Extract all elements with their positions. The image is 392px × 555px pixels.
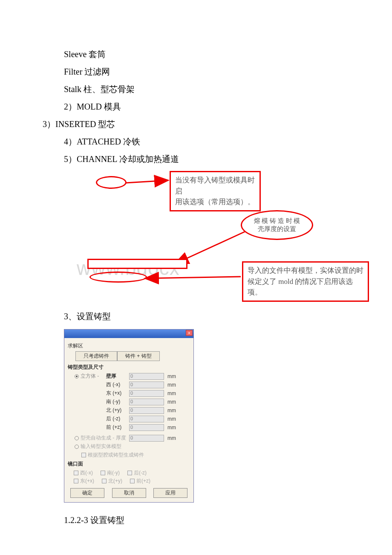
checkbox-gen-from-cavity[interactable]: [81, 453, 86, 457]
annotation-imported-line1: 导入的文件中有模型，实体设置的时: [248, 265, 363, 276]
svg-line-0: [126, 180, 168, 183]
radio-shell-auto[interactable]: 型壳自动生成 - 厚度: [68, 434, 129, 442]
svg-line-2: [145, 277, 241, 278]
tab-casting-plus-mold[interactable]: 铸件 + 铸型: [117, 351, 160, 361]
checkbox-mirror-east[interactable]: 东(+x): [74, 477, 94, 485]
text-stalk: Stalk 柱、型芯骨架: [64, 84, 366, 95]
annotation-shell-line1: 熔 模 铸 造 时 模: [254, 217, 300, 225]
ok-button[interactable]: 确定: [70, 488, 104, 498]
unit-south: mm: [167, 399, 176, 405]
annotation-imported-mold: 导入的文件中有模型，实体设置的时 候定义了 mold 的情况下启用该选 项。: [242, 261, 369, 302]
text-attached: 4）ATTACHED 冷铁: [64, 136, 366, 147]
checkbox-mirror-north[interactable]: 北(+y): [102, 477, 122, 485]
input-wall[interactable]: 0: [129, 373, 164, 380]
annotation-imported-line3: 项。: [248, 287, 363, 298]
text-channel: 5）CHANNEL 冷却或加热通道: [64, 153, 366, 165]
input-west[interactable]: 0: [129, 382, 164, 388]
input-back[interactable]: 0: [129, 416, 164, 422]
annotation-diagram: 当没有导入铸型或模具时启 用该选项（常用选项）。 熔 模 铸 造 时 模 壳厚度…: [64, 171, 388, 299]
label-back: 后 (-z): [106, 415, 129, 422]
diagram-ellipse-1: [96, 176, 127, 189]
text-sleeve: Sleeve 套筒: [64, 49, 366, 60]
label-mirror: 镜口面: [68, 460, 190, 468]
input-south[interactable]: 0: [129, 399, 164, 405]
tab-casting-only[interactable]: 只考虑铸件: [75, 351, 117, 361]
label-wall: 壁厚: [106, 373, 129, 380]
label-gen-from-cavity: 根据型腔或铸型生成铸件: [88, 451, 144, 459]
text-inserted: 3）INSERTED 型芯: [43, 119, 366, 130]
heading-set-mold: 3、设置铸型: [64, 311, 366, 322]
unit-front: mm: [167, 425, 176, 431]
cancel-button[interactable]: 取消: [112, 488, 146, 498]
unit-east: mm: [167, 390, 176, 396]
unit-shell: mm: [167, 435, 176, 441]
annotation-no-mold-line2: 用该选项（常用选项）。: [175, 197, 255, 208]
input-north[interactable]: 0: [129, 407, 164, 414]
text-filter: Filter 过滤网: [64, 66, 366, 78]
annotation-shell-thickness: 熔 模 铸 造 时 模 壳厚度的设置: [241, 210, 313, 240]
dialog-titlebar: ×: [64, 330, 193, 338]
checkbox-mirror-west[interactable]: 西(-x): [74, 469, 93, 477]
checkbox-mirror-south[interactable]: 南(-y): [101, 469, 120, 477]
label-north: 北 (+y): [106, 407, 129, 414]
unit-west: mm: [167, 382, 176, 388]
unit-north: mm: [167, 408, 176, 413]
label-south: 南 (-y): [106, 398, 129, 405]
text-mold: 2）MOLD 模具: [64, 101, 366, 113]
checkbox-mirror-front[interactable]: 前(+z): [130, 477, 150, 485]
diagram-rect-1: [87, 259, 187, 269]
label-solve-area: 求解区: [68, 342, 190, 350]
diagram-ellipse-2: [89, 272, 147, 283]
annotation-imported-line2: 候定义了 mold 的情况下启用该选: [248, 276, 363, 287]
figure-caption: 1.2.2-3 设置铸型: [64, 515, 366, 526]
label-type-size: 铸型类型及尺寸: [68, 364, 190, 371]
label-front: 前 (+z): [106, 424, 129, 431]
input-east[interactable]: 0: [129, 390, 164, 397]
label-west: 西 (-x): [106, 381, 129, 388]
unit-back: mm: [167, 416, 176, 422]
label-east: 东 (+x): [106, 390, 129, 397]
annotation-no-mold: 当没有导入铸型或模具时启 用该选项（常用选项）。: [170, 171, 261, 211]
mold-settings-dialog: × 求解区 只考虑铸件 铸件 + 铸型 铸型类型及尺寸 立方体 - 壁厚 0 m…: [64, 329, 194, 503]
radio-input-solid[interactable]: 输入铸型实体模型: [68, 443, 153, 450]
annotation-no-mold-line1: 当没有导入铸型或模具时启: [175, 175, 255, 197]
radio-cube[interactable]: 立方体 -: [68, 373, 106, 380]
unit-wall: mm: [167, 373, 176, 379]
annotation-shell-line2: 壳厚度的设置: [258, 225, 296, 233]
input-shell-thickness[interactable]: 0: [129, 435, 164, 442]
apply-button[interactable]: 应用: [153, 488, 187, 498]
close-icon[interactable]: ×: [186, 330, 193, 336]
checkbox-mirror-back[interactable]: 后(-z): [127, 469, 147, 477]
input-front[interactable]: 0: [129, 424, 164, 431]
